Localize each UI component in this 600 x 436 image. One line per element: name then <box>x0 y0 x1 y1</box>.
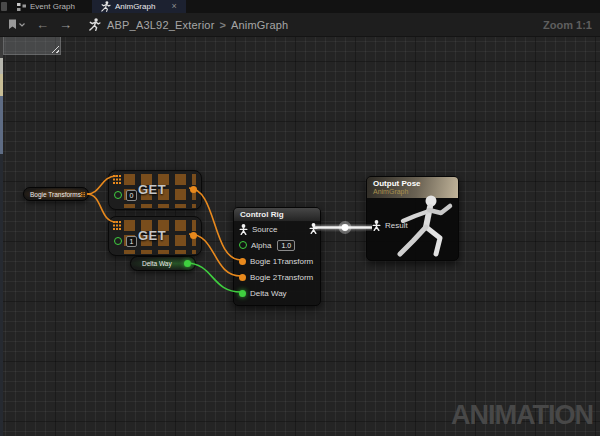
delta-way-output-pin[interactable] <box>184 260 191 267</box>
chevron-down-icon <box>19 23 25 27</box>
close-tab-icon[interactable]: × <box>171 2 176 11</box>
tab-label: AnimGraph <box>115 2 155 11</box>
element-output-pin[interactable] <box>190 186 197 193</box>
breadcrumb-separator: > <box>220 19 226 31</box>
breadcrumb-animgraph[interactable]: AnimGraph <box>231 19 288 31</box>
breadcrumb-blueprint[interactable]: ABP_A3L92_Exterior <box>107 19 215 31</box>
index-input-pin[interactable] <box>114 237 122 245</box>
node-title: GET <box>138 228 166 243</box>
node-title: Control Rig <box>234 208 320 221</box>
node-output-pose[interactable]: Output Pose AnimGraph Result <box>366 176 459 261</box>
float-pin-icon <box>239 290 246 297</box>
tab-event-graph[interactable]: Event Graph <box>8 0 84 13</box>
tab-label: Event Graph <box>30 2 75 11</box>
node-array-get-0[interactable]: GET 0 <box>108 170 202 210</box>
transform-array-pin-icon[interactable] <box>81 190 85 199</box>
alpha-value-field[interactable]: 1.0 <box>277 240 295 251</box>
transform-pin-icon <box>239 258 246 265</box>
animgraph-icon <box>89 18 101 31</box>
pin-label: Source <box>252 225 277 234</box>
running-mannequin-figure <box>391 192 455 258</box>
index-value[interactable]: 0 <box>126 190 137 201</box>
zoom-level-indicator: Zoom 1:1 <box>543 19 592 31</box>
node-title: GET <box>138 182 166 197</box>
pin-label: Bogie 1Transform <box>250 257 313 266</box>
background-window-sliver <box>0 36 3 436</box>
node-array-get-1[interactable]: GET 1 <box>108 216 202 256</box>
pin-label: Delta Way <box>250 289 287 298</box>
graph-type-watermark: ANIMATION <box>451 400 593 431</box>
node-label: Bogie Transforms <box>30 191 81 198</box>
array-input-pin-icon[interactable] <box>113 175 121 184</box>
running-person-icon <box>101 1 111 12</box>
document-tab-bar: Event Graph AnimGraph × <box>0 0 600 13</box>
index-value[interactable]: 1 <box>126 236 137 247</box>
pose-output-pin[interactable] <box>309 223 318 234</box>
pin-row-bogie-2transform[interactable]: Bogie 2Transform <box>234 269 313 285</box>
animation-blueprint-editor: ANIMATION Bogie Transforms GET <box>0 0 600 436</box>
tab-animgraph[interactable]: AnimGraph × <box>92 0 186 13</box>
bookmark-icon <box>8 19 17 30</box>
resize-grip-icon[interactable] <box>51 45 59 53</box>
array-input-pin-icon[interactable] <box>113 221 121 230</box>
running-person-icon <box>89 18 101 31</box>
pin-row-source[interactable]: Source <box>234 221 277 237</box>
node-delta-way[interactable]: Delta Way <box>130 256 196 271</box>
pose-pin-icon <box>372 220 381 231</box>
back-button[interactable]: ← <box>31 18 54 31</box>
node-label: Delta Way <box>142 260 184 267</box>
pin-label: Alpha <box>251 241 271 250</box>
element-output-pin[interactable] <box>190 232 197 239</box>
node-bogie-transforms[interactable]: Bogie Transforms <box>23 187 89 201</box>
transform-pin-icon <box>239 274 246 281</box>
pin-row-delta-way[interactable]: Delta Way <box>234 285 287 301</box>
node-control-rig[interactable]: Control Rig Source Alpha 1.0 Bogie 1Tran… <box>233 207 321 306</box>
pin-row-bogie-1transform[interactable]: Bogie 1Transform <box>234 253 313 269</box>
pin-label: Bogie 2Transform <box>250 273 313 282</box>
pose-pin-icon <box>239 224 248 235</box>
float-pin-icon <box>239 241 247 249</box>
graph-toolbar: ← → ABP_A3L92_Exterior > AnimGraph Zoom … <box>0 13 600 37</box>
graph-icon <box>17 3 26 11</box>
index-input-pin[interactable] <box>114 191 122 199</box>
pin-row-alpha[interactable]: Alpha 1.0 <box>234 237 295 253</box>
bookmarks-button[interactable] <box>8 19 25 30</box>
node-title: Output Pose <box>373 179 458 188</box>
forward-button[interactable]: → <box>54 18 77 31</box>
app-icon <box>1 2 7 11</box>
